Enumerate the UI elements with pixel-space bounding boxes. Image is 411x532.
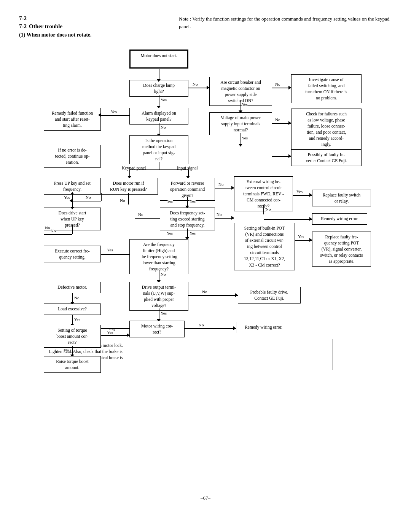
- arrow-op-down: [159, 162, 159, 169]
- arrow-pressup-down-head: [70, 207, 74, 209]
- box-freq-exceed: Does frequency set-ting exceed startinga…: [160, 208, 215, 230]
- label-no-1: No: [193, 82, 198, 86]
- label-yes-load: Yes: [74, 317, 80, 322]
- label-no-2: No: [275, 82, 280, 86]
- box-remedy-failed: Remedy failed functionand start after re…: [44, 108, 101, 131]
- arrow-fwd-no-head: [231, 186, 234, 190]
- label-yes-fwd2: Yes: [167, 199, 173, 203]
- label-no-limiter: No: [161, 272, 166, 276]
- note-text: Note : Verify the function settings for …: [179, 15, 392, 30]
- arrow-freq-yes-v: [187, 228, 188, 238]
- label-yes-fwd: Yes: [190, 199, 196, 203]
- box-probable-drive: Probable faulty drive.Contact GE Fuji.: [238, 287, 301, 304]
- label-no-drivestart2: No: [51, 228, 56, 233]
- flowchart: Motor does not start. Does charge lampli…: [19, 50, 392, 487]
- box-no-error: If no error is de-tected, continue op-er…: [44, 145, 101, 168]
- box-drive-output: Drive output termi-nals (U,V,W) sup-plie…: [129, 282, 188, 311]
- arrow-fwd-yes-v: [187, 197, 188, 206]
- box-motor-run: Does motor run ifRUN key is pressed?: [99, 178, 158, 195]
- arrow-drive-yes: [159, 308, 159, 320]
- arrow-split-h: [129, 169, 188, 170]
- arrow-pressup-down: [72, 193, 73, 208]
- arrow-drivestart-no: [72, 225, 73, 234]
- arrow-motorrun-no-v2: [101, 193, 102, 201]
- label-no-torque: No: [64, 348, 69, 352]
- box-remedy-wiring2: Remedy wiring error.: [236, 322, 291, 333]
- arrow-circuit-no-head: [288, 86, 291, 89]
- arrow-motorrun-no-h-head: [70, 199, 72, 203]
- arrow-freq-no-right-head: [231, 216, 234, 220]
- label-no-freq-exceed: No: [138, 212, 143, 217]
- arrow-alarm-yes: [101, 115, 129, 116]
- box-check-failures: Check for failures suchas low voltage, p…: [291, 109, 362, 150]
- arrow-drive-no: [188, 295, 238, 296]
- box-load-check: Load excessive?: [44, 304, 101, 315]
- arrow-motorwiring-no-head: [233, 326, 236, 330]
- box-charge-lamp: Does charge lamplight?: [129, 80, 188, 97]
- arrow-charge-no: [188, 88, 209, 88]
- arrow-alarm-yes-head: [98, 113, 101, 117]
- label-no-ext: No: [266, 207, 271, 211]
- box-motor-start: Motor does not start.: [129, 50, 188, 69]
- page-number: –67–: [201, 495, 210, 501]
- arrow-charge-yes: [159, 95, 159, 107]
- arrow-pot-yes-head: [309, 238, 312, 242]
- label-yes-freq-left: Yes: [167, 231, 173, 235]
- label-yes-pressup: Yes: [64, 195, 70, 200]
- arrow-motorrun-no: [128, 193, 129, 204]
- box-voltage: Voltage of main powersupply input termin…: [209, 112, 272, 135]
- arrow-motorrun-no-h: [72, 201, 101, 201]
- box-possibly-faulty: Possibly of faulty In-verter Contact GE …: [291, 149, 362, 166]
- arrow-1-head: [157, 79, 161, 82]
- box-defective-motor: Defective motor.: [44, 282, 101, 293]
- label-no-alarm: No: [161, 125, 166, 129]
- arrow-drive-no-head: [235, 293, 238, 297]
- label-no-motorrun-2: No: [86, 195, 91, 200]
- label-no-motorwiring: No: [199, 323, 204, 327]
- box-raise-torque: Raise torque boostamount.: [44, 356, 101, 373]
- arrow-ext-yes-head: [309, 193, 312, 197]
- section-number: 7-2: [19, 23, 27, 30]
- box-motor-wiring: Motor wiring cor-rect?: [129, 321, 185, 337]
- label-no-drive: No: [202, 289, 207, 294]
- section-title: 7-2: [19, 15, 156, 22]
- label-no-freq-right: No: [217, 212, 221, 217]
- arrow-voltage-no-head: [288, 121, 291, 125]
- box-replace-freq: Replace faulty fre-quency setting POT(VR…: [312, 232, 371, 267]
- arrow-load-yes: [72, 315, 73, 324]
- label-yes-circuit: Yes: [242, 102, 248, 107]
- arrow-motorwiring-no: [185, 328, 236, 329]
- arrow-freq-no-h: [135, 218, 160, 219]
- label-yes-limiter: Yes: [107, 248, 113, 252]
- arrow-voltage-yes-head: [239, 144, 242, 147]
- label-no-defective: No: [74, 296, 79, 300]
- arrow-1: [159, 69, 159, 80]
- label-yes-pot: Yes: [298, 234, 304, 239]
- box-pot-setting: Setting of built-in POT(VR) and connecti…: [234, 223, 295, 270]
- arrow-ext-no-v: [263, 205, 264, 214]
- box-freq-limiter: Are the frequencylimiter (High) andthe f…: [129, 239, 188, 274]
- label-yes-voltage: Yes: [242, 136, 248, 140]
- arrow-defective-down: [72, 293, 73, 303]
- label-yes-freq-exceed: Yes: [190, 231, 196, 235]
- box-replace-switch: Replace faulty switchor relay.: [312, 190, 371, 206]
- box-execute-correct: Execute correct fre-quency setting.: [44, 246, 101, 262]
- label-no-drivestart: No: [45, 225, 50, 230]
- arrow-alarm-no: [159, 123, 159, 134]
- box-alarm: Alarm displayed onkeypad panel?: [129, 108, 188, 125]
- label-yes-drive: Yes: [161, 311, 167, 315]
- label-yes-ext: Yes: [296, 189, 303, 194]
- label-yes-charge: Yes: [161, 97, 167, 102]
- label-yes-alarm: Yes: [111, 109, 117, 114]
- box-torque-boost: Setting of torqueboost amount cor-rect?: [44, 325, 101, 348]
- box-remedy-wiring1: Remedy wiring error.: [312, 213, 367, 225]
- arrow-torque-yes-head: [127, 333, 129, 337]
- page-footer: –67–: [19, 495, 392, 501]
- subtitle: (1) When motor does not rotate.: [19, 32, 156, 38]
- arrow-ext-no-h-head: [309, 217, 312, 221]
- arrow-circuit-yes-v: [241, 100, 241, 111]
- arrow-ext-no-h: [264, 219, 312, 220]
- arrow-drivestart-no-h: [44, 234, 72, 235]
- label-no-motorrun: No: [120, 198, 125, 203]
- box-investigate: Investigate cause offailed switching, an…: [291, 74, 362, 103]
